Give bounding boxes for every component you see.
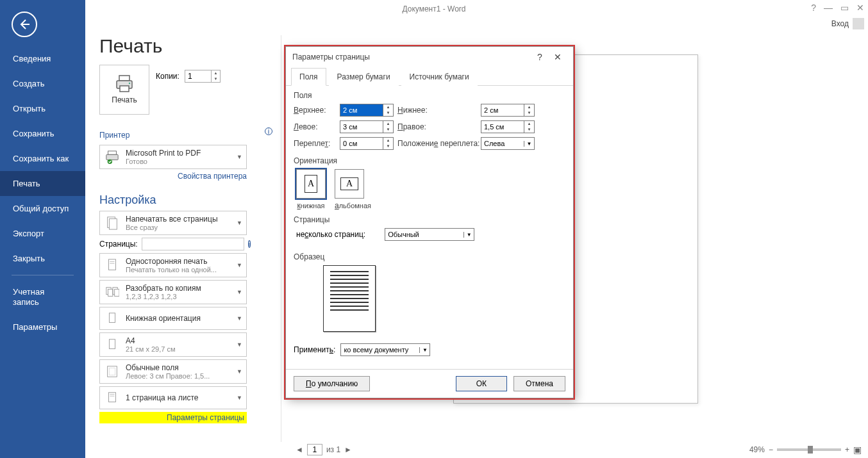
multi-pages-select[interactable]: Обычный▼ bbox=[385, 228, 474, 241]
chevron-down-icon: ▼ bbox=[419, 347, 430, 353]
settings-heading: Настройка bbox=[99, 193, 272, 207]
signin-label: Вход bbox=[831, 19, 849, 28]
signin-row[interactable]: Вход bbox=[831, 18, 864, 29]
setting-margins[interactable]: Обычные поляЛевое: 3 см Правое: 1,5... ▼ bbox=[99, 359, 247, 384]
printer-status: Готово bbox=[126, 158, 231, 165]
svg-rect-15 bbox=[115, 289, 119, 296]
avatar-icon bbox=[853, 18, 864, 29]
prev-page-icon[interactable]: ◄ bbox=[296, 445, 303, 454]
chevron-down-icon: ▼ bbox=[237, 220, 242, 226]
titlebar: Документ1 - Word ? — ▭ ✕ bbox=[0, 0, 868, 18]
printer-icon bbox=[114, 75, 135, 93]
sidebar-items: Сведения Создать Открыть Сохранить Сохра… bbox=[0, 46, 85, 339]
copies-spinner[interactable]: ▲▼ bbox=[185, 70, 221, 83]
apply-label: Применить: bbox=[294, 345, 335, 354]
close-icon[interactable]: ✕ bbox=[856, 3, 864, 13]
sidebar-item-new[interactable]: Создать bbox=[0, 71, 85, 96]
spin-up-icon[interactable]: ▲ bbox=[524, 104, 534, 110]
spin-up-icon[interactable]: ▲ bbox=[212, 70, 220, 76]
setting-paper-size[interactable]: A421 см x 29,7 см ▼ bbox=[99, 332, 247, 357]
svg-rect-5 bbox=[106, 154, 118, 159]
sidebar-item-saveas[interactable]: Сохранить как bbox=[0, 146, 85, 171]
spin-down-icon[interactable]: ▼ bbox=[212, 76, 220, 82]
group-orientation: Ориентация bbox=[294, 156, 565, 165]
setting-orientation[interactable]: Книжная ориентация ▼ bbox=[99, 307, 247, 330]
setting-pages-per-sheet[interactable]: 1 страница на листе ▼ bbox=[99, 386, 247, 409]
tab-paper-source[interactable]: Источник бумаги bbox=[401, 68, 478, 86]
info-icon[interactable]: i bbox=[265, 127, 272, 135]
orient-landscape[interactable]: A альбомная bbox=[335, 169, 371, 210]
printer-properties-link[interactable]: Свойства принтера bbox=[99, 172, 247, 181]
setting-onesided[interactable]: Односторонняя печатьПечатать только на о… bbox=[99, 253, 247, 277]
ok-button[interactable]: ОК bbox=[456, 376, 507, 391]
page-single-icon bbox=[104, 257, 121, 274]
bottom-label: Нижнее: bbox=[397, 106, 481, 115]
pages-input[interactable] bbox=[142, 238, 244, 250]
setting-collate[interactable]: Разобрать по копиям1,2,3 1,2,3 1,2,3 ▼ bbox=[99, 280, 247, 304]
setting-print-all[interactable]: Напечатать все страницыВсе сразу ▼ bbox=[99, 211, 247, 235]
orient-portrait[interactable]: A книжная bbox=[296, 169, 326, 210]
minimize-icon[interactable]: — bbox=[824, 3, 833, 13]
spin-down-icon[interactable]: ▼ bbox=[383, 143, 393, 149]
svg-rect-0 bbox=[119, 76, 129, 81]
spin-up-icon[interactable]: ▲ bbox=[383, 104, 393, 110]
sidebar-item-close[interactable]: Закрыть bbox=[0, 246, 85, 271]
chevron-down-icon: ▼ bbox=[237, 154, 242, 160]
top-label: Верхнее: bbox=[294, 106, 340, 115]
copies-input[interactable] bbox=[185, 70, 211, 82]
paper-icon bbox=[104, 336, 121, 353]
zoom-slider[interactable] bbox=[777, 448, 841, 451]
cancel-button[interactable]: Отмена bbox=[513, 376, 565, 391]
printer-combo[interactable]: Microsoft Print to PDF Готово ▼ bbox=[99, 145, 247, 169]
dialog-title: Параметры страницы bbox=[292, 53, 531, 61]
spin-down-icon[interactable]: ▼ bbox=[524, 127, 534, 133]
spin-up-icon[interactable]: ▲ bbox=[383, 121, 393, 127]
sidebar-item-save[interactable]: Сохранить bbox=[0, 121, 85, 146]
page-setup-link[interactable]: Параметры страницы bbox=[99, 412, 247, 423]
margins-icon bbox=[104, 363, 121, 380]
collate-icon bbox=[104, 284, 121, 300]
sidebar-item-open[interactable]: Открыть bbox=[0, 96, 85, 121]
fit-page-icon[interactable]: ▣ bbox=[853, 445, 862, 455]
default-button[interactable]: По умолчанию bbox=[294, 376, 370, 391]
right-field[interactable]: ▲▼ bbox=[481, 120, 535, 133]
sidebar-item-export[interactable]: Экспорт bbox=[0, 221, 85, 246]
gutter-field[interactable]: ▲▼ bbox=[340, 137, 394, 150]
sidebar-item-options[interactable]: Параметры bbox=[0, 315, 85, 339]
print-button[interactable]: Печать bbox=[99, 65, 149, 115]
sidebar: Сведения Создать Открыть Сохранить Сохра… bbox=[0, 0, 85, 458]
page-number-input[interactable] bbox=[307, 444, 322, 455]
svg-rect-13 bbox=[108, 289, 113, 296]
chevron-down-icon: ▼ bbox=[237, 262, 242, 268]
bottom-field[interactable]: ▲▼ bbox=[481, 104, 535, 117]
spin-down-icon[interactable]: ▼ bbox=[524, 110, 534, 116]
document-title: Документ1 - Word bbox=[402, 4, 465, 13]
gutter-pos-label: Положение переплета: bbox=[397, 139, 481, 148]
apply-select[interactable]: ко всему документу▼ bbox=[340, 343, 430, 356]
sidebar-item-account[interactable]: Учетная запись bbox=[0, 279, 85, 315]
right-label: Правое: bbox=[397, 122, 481, 131]
left-field[interactable]: ▲▼ bbox=[340, 120, 394, 133]
tab-paper-size[interactable]: Размер бумаги bbox=[329, 68, 399, 86]
spin-up-icon[interactable]: ▲ bbox=[524, 121, 534, 127]
spin-up-icon[interactable]: ▲ bbox=[383, 138, 393, 143]
gutter-pos-select[interactable]: Слева▼ bbox=[481, 137, 535, 150]
restore-icon[interactable]: ▭ bbox=[840, 3, 849, 13]
sidebar-item-info[interactable]: Сведения bbox=[0, 46, 85, 71]
top-field[interactable]: ▲▼ bbox=[340, 104, 394, 117]
help-icon[interactable]: ? bbox=[811, 3, 816, 13]
dialog-close-icon[interactable]: ✕ bbox=[549, 52, 567, 62]
dialog-help-icon[interactable]: ? bbox=[531, 52, 549, 62]
next-page-icon[interactable]: ► bbox=[344, 445, 352, 454]
zoom-in-icon[interactable]: + bbox=[845, 445, 849, 454]
tab-margins[interactable]: Поля bbox=[291, 68, 326, 86]
zoom-out-icon[interactable]: − bbox=[769, 445, 773, 454]
spin-down-icon[interactable]: ▼ bbox=[383, 127, 393, 133]
spin-down-icon[interactable]: ▼ bbox=[383, 110, 393, 116]
back-button[interactable] bbox=[12, 12, 37, 37]
sidebar-item-print[interactable]: Печать bbox=[0, 171, 85, 196]
group-margins: Поля bbox=[294, 91, 565, 100]
sidebar-item-share[interactable]: Общий доступ bbox=[0, 196, 85, 221]
info-icon[interactable]: i bbox=[248, 240, 251, 248]
sheet-icon bbox=[104, 389, 121, 406]
